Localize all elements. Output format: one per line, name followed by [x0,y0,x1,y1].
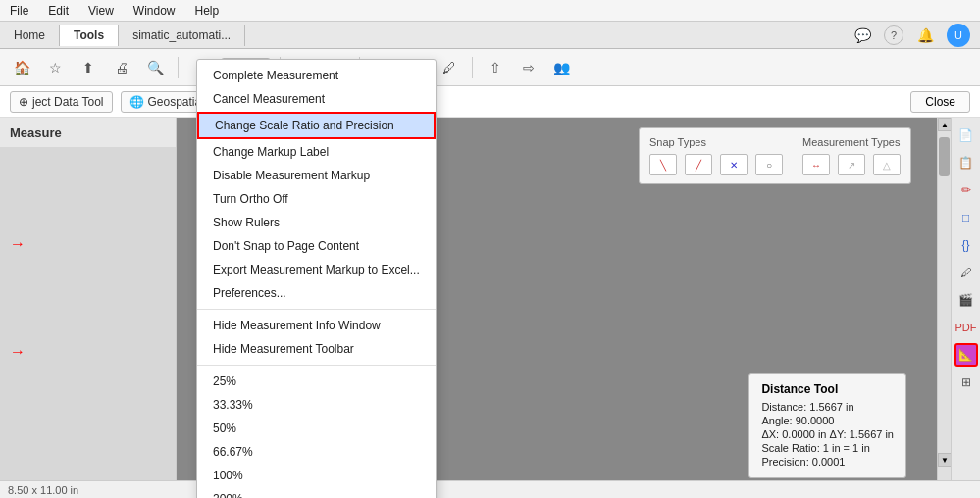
right-icon-10[interactable]: ⊞ [954,371,978,394]
measure-title: Measure [10,125,62,140]
sec-toolbar: ⊕ ject Data Tool 🌐 Geospatial Location T… [0,86,980,118]
scroll-vertical[interactable]: ▲ ▼ [937,118,951,482]
bell-icon[interactable]: 🔔 [911,22,939,49]
menu-divider [197,309,436,310]
right-icon-measure[interactable]: 📐 [954,343,978,367]
scroll-thumb-v[interactable] [939,137,950,176]
delta-value: ΔX: 0.0000 in ΔY: 1.5667 in [761,428,894,440]
right-icon-8[interactable]: PDF [954,316,978,339]
menu-option-50[interactable]: 50% [197,417,436,440]
measure-btn-1[interactable]: ↔ [802,154,830,175]
scale-value: Scale Ratio: 1 in = 1 in [761,442,894,454]
measurement-types-title: Measurement Types [802,136,901,148]
menu-option-200[interactable]: 200% [197,487,436,498]
help-icon[interactable]: ? [884,25,903,45]
angle-value: Angle: 90.0000 [761,415,894,426]
tab-bar: Home Tools simatic_automati... 💬 ? 🔔 U [0,22,980,49]
measure-btn-3[interactable]: △ [873,154,901,175]
menu-option-dont-snap-to-page-content[interactable]: Don't Snap to Page Content [197,234,436,258]
status-bar: 8.50 x 11.00 in [0,480,980,498]
upload-btn[interactable]: ⬆ [75,54,102,81]
right-icon-4[interactable]: □ [954,206,978,229]
menu-option-change-markup-label[interactable]: Change Markup Label [197,140,436,164]
menu-option-turn-ortho-off[interactable]: Turn Ortho Off [197,187,436,211]
menu-option-100[interactable]: 100% [197,464,436,487]
snap-buttons-row: ╲ ╱ ✕ ○ [649,154,783,175]
distance-panel: Distance Tool Distance: 1.5667 in Angle:… [748,374,906,478]
snap-btn-3[interactable]: ✕ [720,154,748,175]
measure-buttons-row: ↔ ↗ △ [802,154,901,175]
close-btn[interactable]: Close [910,91,970,113]
menu-option-disable-measurement-markup[interactable]: Disable Measurement Markup [197,164,436,187]
snap-btn-4[interactable]: ○ [755,154,783,175]
scroll-down-btn[interactable]: ▼ [938,453,951,467]
menu-option-cancel-measurement[interactable]: Cancel Measurement [197,87,436,111]
right-panel: 📄 📋 ✏ □ {} 🖊 🎬 PDF 📐 ⊞ [951,118,980,498]
right-icon-1[interactable]: 📄 [954,124,978,147]
menu-divider [197,365,436,366]
right-icon-5[interactable]: {} [954,233,978,257]
page-size: 8.50 x 11.00 in [8,484,78,496]
menu-option-change-scale-ratio-and-precision[interactable]: Change Scale Ratio and Precision [197,112,436,139]
distance-value: Distance: 1.5667 in [761,401,894,413]
snap-types-section: Snap Types ╲ ╱ ✕ ○ [649,136,783,175]
snap-btn-2[interactable]: ╱ [685,154,712,175]
users-btn[interactable]: 👥 [548,54,576,81]
tab-home[interactable]: Home [0,25,60,46]
menu-option-preferences[interactable]: Preferences... [197,281,436,305]
print-btn[interactable]: 🖨 [108,54,135,81]
object-data-label: ject Data Tool [32,95,104,109]
tab-simatic[interactable]: simatic_automati... [119,25,245,46]
sep1 [178,57,179,78]
main-toolbar: 🏠 ☆ ⬆ 🖨 🔍 + 125% ▾ 📏 ⊞ 💬 ✏ 🖊 ⇧ ⇨ 👥 [0,49,980,86]
menu-window[interactable]: Window [129,2,180,20]
precision-value: Precision: 0.0001 [761,456,894,468]
scroll-up-btn[interactable]: ▲ [938,118,951,131]
share2-btn[interactable]: ⇨ [515,54,542,81]
bookmark-btn[interactable]: ☆ [41,54,69,81]
menu-file[interactable]: File [6,2,32,20]
menu-view[interactable]: View [84,2,118,20]
menu-option-show-rulers[interactable]: Show Rulers [197,211,436,234]
right-icon-6[interactable]: 🖊 [954,261,978,284]
snap-types-title: Snap Types [649,136,783,148]
sep4 [472,57,473,78]
search-btn[interactable]: 🔍 [141,54,169,81]
menu-option-3333[interactable]: 33.33% [197,393,436,417]
home-btn[interactable]: 🏠 [8,54,35,81]
menu-bar: File Edit View Window Help [0,0,980,22]
menu-option-hide-measurement-toolbar[interactable]: Hide Measurement Toolbar [197,337,436,361]
menu-edit[interactable]: Edit [44,2,73,20]
menu-option-6667[interactable]: 66.67% [197,440,436,464]
snap-panel: Snap Types ╲ ╱ ✕ ○ Measurement Types ↔ ↗… [639,127,911,184]
measurement-types-section: Measurement Types ↔ ↗ △ [802,136,901,175]
right-icon-2[interactable]: 📋 [954,151,978,174]
left-panel: Measure → → [0,118,177,498]
red-arrow-1: → [10,235,26,253]
menu-option-hide-measurement-info-window[interactable]: Hide Measurement Info Window [197,314,436,337]
right-icon-7[interactable]: 🎬 [954,288,978,312]
menu-option-export-measurement-markup-to-excel[interactable]: Export Measurement Markup to Excel... [197,258,436,281]
draw-btn[interactable]: 🖊 [436,54,463,81]
red-arrow-2: → [10,343,26,361]
share1-btn[interactable]: ⇧ [482,54,509,81]
dropdown-menu: Complete MeasurementCancel MeasurementCh… [196,59,437,498]
tab-tools-label: Tools [74,28,104,42]
tab-home-label: Home [14,28,45,42]
right-icon-3[interactable]: ✏ [954,178,978,202]
comment-icon[interactable]: 💬 [849,22,876,49]
distance-title: Distance Tool [761,382,894,396]
tab-tools[interactable]: Tools [60,25,119,46]
menu-help[interactable]: Help [191,2,224,20]
object-data-tool-btn[interactable]: ⊕ ject Data Tool [10,91,113,113]
menu-option-25[interactable]: 25% [197,370,436,393]
measure-btn-2[interactable]: ↗ [838,154,865,175]
main-area: Measure → → Snap Types ╲ ╱ ✕ ○ M [0,118,980,498]
geospatial-icon: 🌐 [129,95,144,109]
snap-groups: Snap Types ╲ ╱ ✕ ○ Measurement Types ↔ ↗… [649,136,901,175]
user-avatar[interactable]: U [947,24,970,47]
tab-simatic-label: simatic_automati... [132,28,231,42]
menu-option-complete-measurement[interactable]: Complete Measurement [197,64,436,87]
snap-btn-1[interactable]: ╲ [649,154,677,175]
object-data-icon: ⊕ [19,95,28,109]
